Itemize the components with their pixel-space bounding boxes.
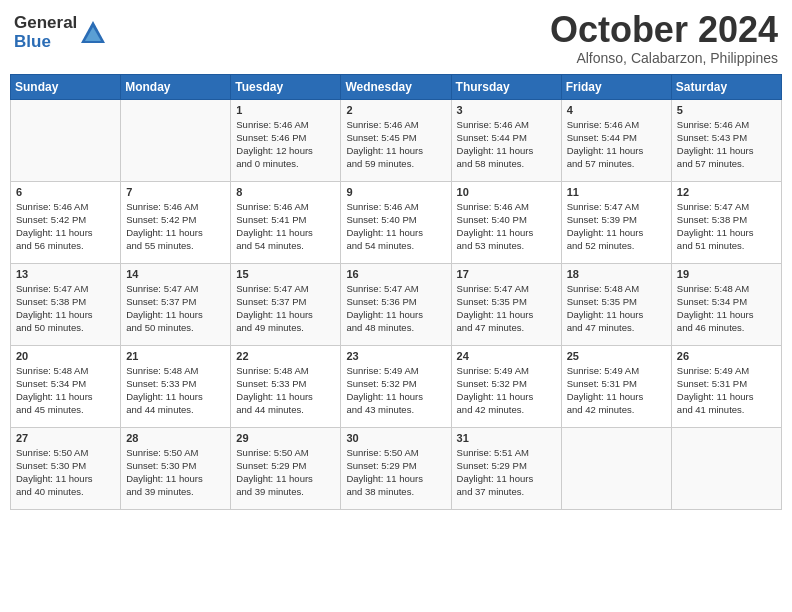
day-number: 14 bbox=[126, 268, 225, 280]
day-info: Sunrise: 5:48 AM Sunset: 5:34 PM Dayligh… bbox=[16, 364, 115, 417]
day-info: Sunrise: 5:50 AM Sunset: 5:29 PM Dayligh… bbox=[346, 446, 445, 499]
header-cell-friday: Friday bbox=[561, 74, 671, 99]
logo-icon bbox=[79, 19, 107, 47]
calendar-cell: 29Sunrise: 5:50 AM Sunset: 5:29 PM Dayli… bbox=[231, 427, 341, 509]
calendar-cell bbox=[561, 427, 671, 509]
day-number: 23 bbox=[346, 350, 445, 362]
day-number: 4 bbox=[567, 104, 666, 116]
title-block: October 2024 Alfonso, Calabarzon, Philip… bbox=[550, 10, 778, 66]
calendar-cell: 27Sunrise: 5:50 AM Sunset: 5:30 PM Dayli… bbox=[11, 427, 121, 509]
day-number: 31 bbox=[457, 432, 556, 444]
calendar-cell: 9Sunrise: 5:46 AM Sunset: 5:40 PM Daylig… bbox=[341, 181, 451, 263]
day-info: Sunrise: 5:46 AM Sunset: 5:44 PM Dayligh… bbox=[567, 118, 666, 171]
day-info: Sunrise: 5:46 AM Sunset: 5:42 PM Dayligh… bbox=[16, 200, 115, 253]
week-row-4: 20Sunrise: 5:48 AM Sunset: 5:34 PM Dayli… bbox=[11, 345, 782, 427]
calendar-cell: 10Sunrise: 5:46 AM Sunset: 5:40 PM Dayli… bbox=[451, 181, 561, 263]
calendar-cell: 22Sunrise: 5:48 AM Sunset: 5:33 PM Dayli… bbox=[231, 345, 341, 427]
calendar-table: SundayMondayTuesdayWednesdayThursdayFrid… bbox=[10, 74, 782, 510]
day-number: 11 bbox=[567, 186, 666, 198]
header-cell-saturday: Saturday bbox=[671, 74, 781, 99]
day-info: Sunrise: 5:46 AM Sunset: 5:45 PM Dayligh… bbox=[346, 118, 445, 171]
logo-general-text: General bbox=[14, 14, 77, 33]
day-info: Sunrise: 5:49 AM Sunset: 5:31 PM Dayligh… bbox=[567, 364, 666, 417]
day-number: 20 bbox=[16, 350, 115, 362]
day-info: Sunrise: 5:47 AM Sunset: 5:38 PM Dayligh… bbox=[677, 200, 776, 253]
day-number: 8 bbox=[236, 186, 335, 198]
calendar-cell: 5Sunrise: 5:46 AM Sunset: 5:43 PM Daylig… bbox=[671, 99, 781, 181]
calendar-cell: 25Sunrise: 5:49 AM Sunset: 5:31 PM Dayli… bbox=[561, 345, 671, 427]
day-info: Sunrise: 5:46 AM Sunset: 5:40 PM Dayligh… bbox=[457, 200, 556, 253]
calendar-cell: 20Sunrise: 5:48 AM Sunset: 5:34 PM Dayli… bbox=[11, 345, 121, 427]
day-info: Sunrise: 5:47 AM Sunset: 5:37 PM Dayligh… bbox=[126, 282, 225, 335]
calendar-body: 1Sunrise: 5:46 AM Sunset: 5:46 PM Daylig… bbox=[11, 99, 782, 509]
month-title: October 2024 bbox=[550, 10, 778, 50]
week-row-1: 1Sunrise: 5:46 AM Sunset: 5:46 PM Daylig… bbox=[11, 99, 782, 181]
day-info: Sunrise: 5:46 AM Sunset: 5:41 PM Dayligh… bbox=[236, 200, 335, 253]
day-info: Sunrise: 5:46 AM Sunset: 5:42 PM Dayligh… bbox=[126, 200, 225, 253]
calendar-cell bbox=[671, 427, 781, 509]
day-number: 27 bbox=[16, 432, 115, 444]
calendar-cell: 4Sunrise: 5:46 AM Sunset: 5:44 PM Daylig… bbox=[561, 99, 671, 181]
header-cell-thursday: Thursday bbox=[451, 74, 561, 99]
day-info: Sunrise: 5:49 AM Sunset: 5:32 PM Dayligh… bbox=[457, 364, 556, 417]
calendar-cell: 16Sunrise: 5:47 AM Sunset: 5:36 PM Dayli… bbox=[341, 263, 451, 345]
day-number: 7 bbox=[126, 186, 225, 198]
day-number: 3 bbox=[457, 104, 556, 116]
calendar-cell: 14Sunrise: 5:47 AM Sunset: 5:37 PM Dayli… bbox=[121, 263, 231, 345]
calendar-cell: 24Sunrise: 5:49 AM Sunset: 5:32 PM Dayli… bbox=[451, 345, 561, 427]
header-cell-sunday: Sunday bbox=[11, 74, 121, 99]
day-number: 29 bbox=[236, 432, 335, 444]
calendar-cell: 6Sunrise: 5:46 AM Sunset: 5:42 PM Daylig… bbox=[11, 181, 121, 263]
day-info: Sunrise: 5:46 AM Sunset: 5:43 PM Dayligh… bbox=[677, 118, 776, 171]
calendar-cell: 18Sunrise: 5:48 AM Sunset: 5:35 PM Dayli… bbox=[561, 263, 671, 345]
calendar-cell: 12Sunrise: 5:47 AM Sunset: 5:38 PM Dayli… bbox=[671, 181, 781, 263]
day-number: 24 bbox=[457, 350, 556, 362]
day-info: Sunrise: 5:48 AM Sunset: 5:35 PM Dayligh… bbox=[567, 282, 666, 335]
day-info: Sunrise: 5:47 AM Sunset: 5:35 PM Dayligh… bbox=[457, 282, 556, 335]
day-info: Sunrise: 5:46 AM Sunset: 5:46 PM Dayligh… bbox=[236, 118, 335, 171]
day-info: Sunrise: 5:50 AM Sunset: 5:30 PM Dayligh… bbox=[126, 446, 225, 499]
day-number: 30 bbox=[346, 432, 445, 444]
day-number: 19 bbox=[677, 268, 776, 280]
calendar-cell: 13Sunrise: 5:47 AM Sunset: 5:38 PM Dayli… bbox=[11, 263, 121, 345]
day-number: 9 bbox=[346, 186, 445, 198]
week-row-5: 27Sunrise: 5:50 AM Sunset: 5:30 PM Dayli… bbox=[11, 427, 782, 509]
calendar-cell: 26Sunrise: 5:49 AM Sunset: 5:31 PM Dayli… bbox=[671, 345, 781, 427]
day-info: Sunrise: 5:48 AM Sunset: 5:33 PM Dayligh… bbox=[126, 364, 225, 417]
day-info: Sunrise: 5:47 AM Sunset: 5:36 PM Dayligh… bbox=[346, 282, 445, 335]
day-info: Sunrise: 5:46 AM Sunset: 5:40 PM Dayligh… bbox=[346, 200, 445, 253]
day-info: Sunrise: 5:48 AM Sunset: 5:34 PM Dayligh… bbox=[677, 282, 776, 335]
day-number: 12 bbox=[677, 186, 776, 198]
calendar-cell: 2Sunrise: 5:46 AM Sunset: 5:45 PM Daylig… bbox=[341, 99, 451, 181]
day-number: 13 bbox=[16, 268, 115, 280]
calendar-cell: 8Sunrise: 5:46 AM Sunset: 5:41 PM Daylig… bbox=[231, 181, 341, 263]
header-cell-monday: Monday bbox=[121, 74, 231, 99]
header-cell-wednesday: Wednesday bbox=[341, 74, 451, 99]
calendar-cell: 1Sunrise: 5:46 AM Sunset: 5:46 PM Daylig… bbox=[231, 99, 341, 181]
calendar-cell: 28Sunrise: 5:50 AM Sunset: 5:30 PM Dayli… bbox=[121, 427, 231, 509]
day-info: Sunrise: 5:48 AM Sunset: 5:33 PM Dayligh… bbox=[236, 364, 335, 417]
day-number: 28 bbox=[126, 432, 225, 444]
calendar-cell: 30Sunrise: 5:50 AM Sunset: 5:29 PM Dayli… bbox=[341, 427, 451, 509]
day-info: Sunrise: 5:50 AM Sunset: 5:30 PM Dayligh… bbox=[16, 446, 115, 499]
day-number: 6 bbox=[16, 186, 115, 198]
calendar-cell: 17Sunrise: 5:47 AM Sunset: 5:35 PM Dayli… bbox=[451, 263, 561, 345]
week-row-2: 6Sunrise: 5:46 AM Sunset: 5:42 PM Daylig… bbox=[11, 181, 782, 263]
calendar-cell: 19Sunrise: 5:48 AM Sunset: 5:34 PM Dayli… bbox=[671, 263, 781, 345]
day-info: Sunrise: 5:49 AM Sunset: 5:32 PM Dayligh… bbox=[346, 364, 445, 417]
day-info: Sunrise: 5:47 AM Sunset: 5:39 PM Dayligh… bbox=[567, 200, 666, 253]
day-info: Sunrise: 5:50 AM Sunset: 5:29 PM Dayligh… bbox=[236, 446, 335, 499]
calendar-cell: 31Sunrise: 5:51 AM Sunset: 5:29 PM Dayli… bbox=[451, 427, 561, 509]
calendar-cell: 21Sunrise: 5:48 AM Sunset: 5:33 PM Dayli… bbox=[121, 345, 231, 427]
page-header: General Blue October 2024 Alfonso, Calab… bbox=[10, 10, 782, 66]
day-number: 16 bbox=[346, 268, 445, 280]
day-info: Sunrise: 5:47 AM Sunset: 5:37 PM Dayligh… bbox=[236, 282, 335, 335]
day-info: Sunrise: 5:47 AM Sunset: 5:38 PM Dayligh… bbox=[16, 282, 115, 335]
day-number: 5 bbox=[677, 104, 776, 116]
logo-blue-text: Blue bbox=[14, 33, 77, 52]
day-number: 26 bbox=[677, 350, 776, 362]
day-number: 18 bbox=[567, 268, 666, 280]
calendar-cell bbox=[121, 99, 231, 181]
week-row-3: 13Sunrise: 5:47 AM Sunset: 5:38 PM Dayli… bbox=[11, 263, 782, 345]
calendar-cell: 15Sunrise: 5:47 AM Sunset: 5:37 PM Dayli… bbox=[231, 263, 341, 345]
